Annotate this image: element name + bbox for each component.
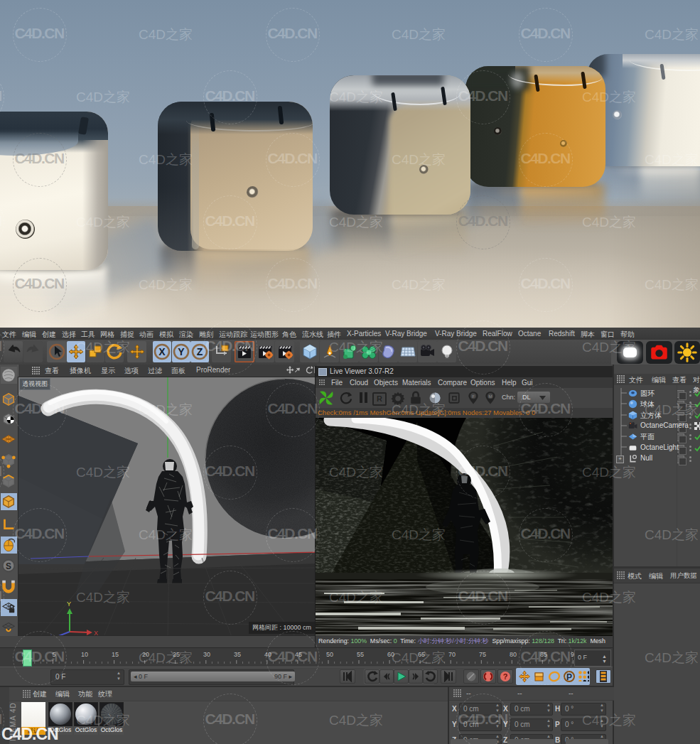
svg-text:P: P	[566, 672, 572, 682]
svg-text:Z: Z	[197, 346, 203, 357]
svg-text:F: F	[472, 394, 475, 399]
svg-text:S: S	[6, 561, 11, 571]
svg-text:M: M	[489, 394, 492, 399]
svg-text:?: ?	[503, 672, 508, 681]
svg-text:Y: Y	[178, 346, 185, 357]
svg-text:X: X	[158, 346, 166, 357]
svg-text:Y: Y	[67, 600, 71, 608]
svg-text:X: X	[94, 630, 98, 636]
